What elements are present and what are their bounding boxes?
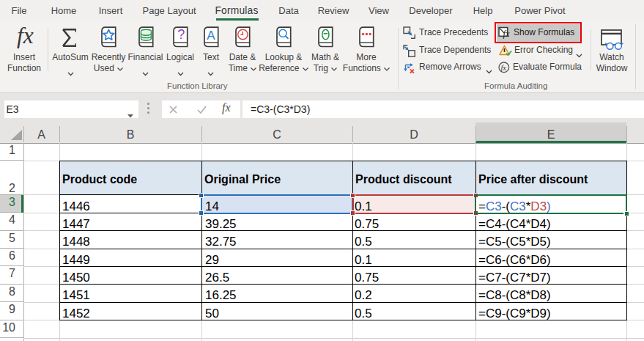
svg-text:A: A <box>207 29 215 43</box>
svg-text:fx: fx <box>500 64 506 72</box>
svg-text:fx: fx <box>503 29 510 39</box>
svg-text:?: ? <box>177 27 185 42</box>
